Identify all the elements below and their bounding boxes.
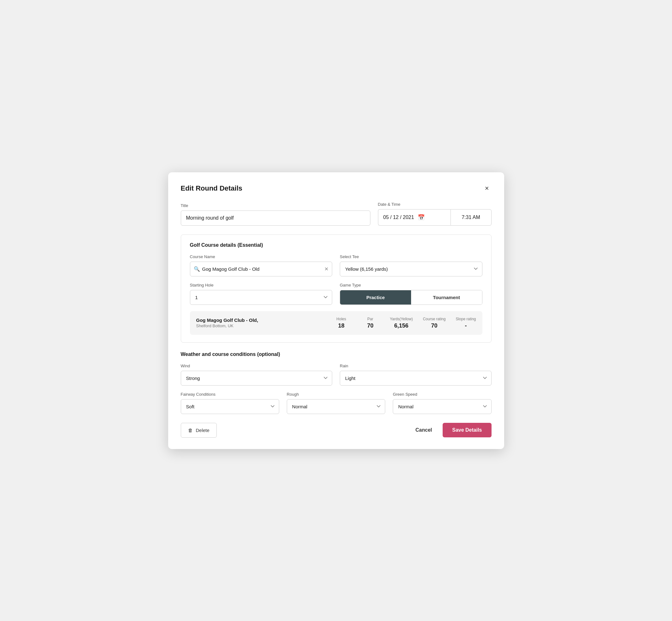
clear-icon[interactable]: ✕ (324, 266, 328, 272)
rough-group: Rough Short Normal Long Very Long (287, 392, 385, 414)
wind-wrapper: Calm Light Moderate Strong Very Strong (181, 371, 333, 385)
par-stat: Par 70 (361, 317, 380, 329)
rain-label: Rain (340, 364, 492, 368)
green-speed-group: Green Speed Slow Normal Fast Very Fast (393, 392, 491, 414)
title-label: Title (181, 203, 370, 208)
modal-title: Edit Round Details (181, 184, 243, 193)
select-tee-wrapper: Yellow (6,156 yards) White Red (340, 261, 482, 277)
delete-button[interactable]: 🗑 Delete (181, 423, 217, 438)
time-value: 7:31 AM (462, 215, 480, 220)
weather-section: Weather and course conditions (optional)… (181, 351, 492, 414)
slope-rating-label: Slope rating (456, 317, 476, 321)
course-fields-row: Course Name 🔍 ✕ Select Tee Yellow (6,156… (190, 254, 482, 277)
course-name-field: 🔍 ✕ (190, 261, 333, 277)
wind-select[interactable]: Calm Light Moderate Strong Very Strong (181, 371, 333, 385)
course-rating-label: Course rating (423, 317, 446, 321)
green-speed-label: Green Speed (393, 392, 491, 397)
date-time-label: Date & Time (378, 202, 492, 207)
golf-course-section-title: Golf Course details (Essential) (190, 242, 482, 248)
weather-section-title: Weather and course conditions (optional) (181, 351, 492, 357)
slope-rating-value: - (465, 323, 467, 329)
holes-value: 18 (338, 323, 344, 329)
tournament-button[interactable]: Tournament (411, 290, 482, 304)
date-value: 05 / 12 / 2021 (383, 215, 414, 220)
footer-right: Cancel Save Details (412, 423, 492, 437)
par-label: Par (367, 317, 373, 321)
title-field-group: Title (181, 203, 370, 225)
save-button[interactable]: Save Details (443, 423, 491, 437)
holes-label: Holes (336, 317, 346, 321)
modal-header: Edit Round Details × (181, 184, 492, 193)
search-icon: 🔍 (194, 266, 200, 272)
course-rating-stat: Course rating 70 (423, 317, 446, 329)
select-tee-label: Select Tee (340, 254, 482, 259)
date-field[interactable]: 05 / 12 / 2021 📅 (378, 209, 451, 225)
course-name-group: Course Name 🔍 ✕ (190, 254, 333, 277)
rain-group: Rain None Light Moderate Heavy (340, 364, 492, 385)
course-info-location: Shelford Bottom, UK (196, 323, 322, 328)
game-type-label: Game Type (340, 283, 482, 287)
rough-select[interactable]: Short Normal Long Very Long (287, 399, 385, 414)
fairway-select[interactable]: Firm Normal Soft Very Soft (181, 399, 279, 414)
course-name-label: Course Name (190, 254, 333, 259)
starting-hole-game-type-row: Starting Hole 1 10 Game Type Practice To… (190, 283, 482, 305)
slope-rating-stat: Slope rating - (456, 317, 476, 329)
wind-group: Wind Calm Light Moderate Strong Very Str… (181, 364, 333, 385)
course-info-row: Gog Magog Golf Club - Old, Shelford Bott… (190, 311, 482, 335)
starting-hole-select[interactable]: 1 10 (190, 290, 333, 305)
game-type-toggle: Practice Tournament (340, 290, 482, 305)
green-speed-wrapper: Slow Normal Fast Very Fast (393, 399, 491, 414)
course-name-input[interactable] (190, 261, 333, 277)
yards-label: Yards(Yellow) (390, 317, 413, 321)
fairway-group: Fairway Conditions Firm Normal Soft Very… (181, 392, 279, 414)
rough-wrapper: Short Normal Long Very Long (287, 399, 385, 414)
conditions-row: Fairway Conditions Firm Normal Soft Very… (181, 392, 492, 414)
date-time-field-group: Date & Time 05 / 12 / 2021 📅 7:31 AM (378, 202, 492, 225)
fairway-wrapper: Firm Normal Soft Very Soft (181, 399, 279, 414)
select-tee-input[interactable]: Yellow (6,156 yards) White Red (340, 261, 482, 277)
yards-stat: Yards(Yellow) 6,156 (390, 317, 413, 329)
starting-hole-wrapper: 1 10 (190, 290, 333, 305)
holes-stat: Holes 18 (332, 317, 351, 329)
green-speed-select[interactable]: Slow Normal Fast Very Fast (393, 399, 491, 414)
wind-rain-row: Wind Calm Light Moderate Strong Very Str… (181, 364, 492, 385)
top-fields: Title Date & Time 05 / 12 / 2021 📅 7:31 … (181, 202, 492, 225)
cancel-button[interactable]: Cancel (412, 423, 435, 437)
practice-button[interactable]: Practice (340, 290, 411, 304)
starting-hole-group: Starting Hole 1 10 (190, 283, 333, 305)
course-info-name: Gog Magog Golf Club - Old, Shelford Bott… (196, 318, 322, 328)
game-type-group: Game Type Practice Tournament (340, 283, 482, 305)
calendar-icon: 📅 (418, 214, 425, 221)
select-tee-group: Select Tee Yellow (6,156 yards) White Re… (340, 254, 482, 277)
title-input[interactable] (181, 210, 370, 225)
course-rating-value: 70 (431, 323, 437, 329)
wind-label: Wind (181, 364, 333, 368)
golf-course-section: Golf Course details (Essential) Course N… (181, 235, 492, 343)
rain-wrapper: None Light Moderate Heavy (340, 371, 492, 385)
par-value: 70 (367, 323, 374, 329)
date-time-group: 05 / 12 / 2021 📅 7:31 AM (378, 209, 492, 225)
fairway-label: Fairway Conditions (181, 392, 279, 397)
time-field[interactable]: 7:31 AM (451, 209, 492, 225)
modal-footer: 🗑 Delete Cancel Save Details (181, 423, 492, 438)
trash-icon: 🗑 (188, 427, 193, 433)
close-button[interactable]: × (482, 184, 492, 193)
starting-hole-label: Starting Hole (190, 283, 333, 287)
rain-select[interactable]: None Light Moderate Heavy (340, 371, 492, 385)
edit-round-modal: Edit Round Details × Title Date & Time 0… (168, 172, 504, 449)
course-info-primary-name: Gog Magog Golf Club - Old, (196, 318, 322, 323)
delete-label: Delete (196, 427, 209, 433)
yards-value: 6,156 (394, 323, 409, 329)
rough-label: Rough (287, 392, 385, 397)
